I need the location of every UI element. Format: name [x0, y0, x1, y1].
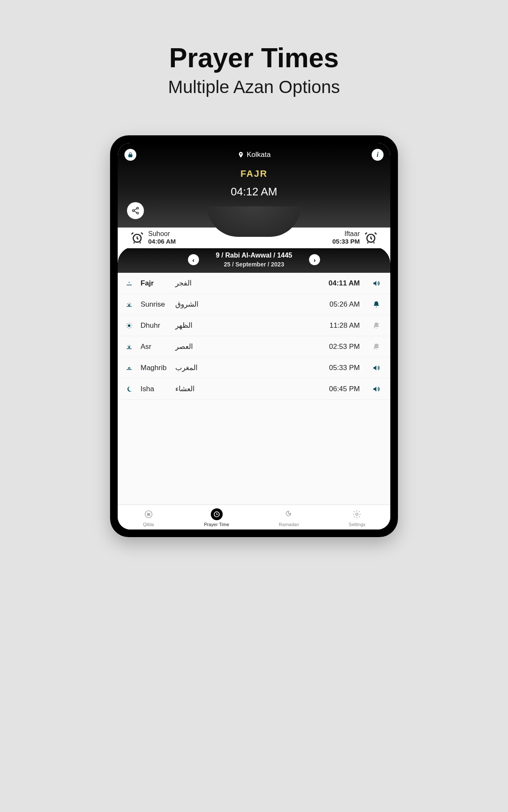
suhoor-time: 04:06 AM	[148, 238, 176, 245]
prayer-time: 11:28 AM	[329, 321, 360, 330]
location-text: Kolkata	[247, 151, 271, 159]
prayer-name: Dhuhr	[141, 321, 175, 330]
svg-line-3	[134, 208, 137, 210]
qibla-icon	[143, 508, 155, 520]
sound-toggle[interactable]	[370, 301, 383, 308]
nav-qibla[interactable]: Qibla	[143, 508, 155, 527]
iftaar-block[interactable]: Iftaar 05:33 PM	[332, 230, 378, 245]
current-prayer-name: FAJR	[124, 168, 384, 179]
prayer-list: Fajrالفجر04:11 AMSunriseالشروق05:26 AMDh…	[118, 273, 390, 505]
next-date-button[interactable]: ›	[309, 254, 320, 265]
alarm-clock-icon	[130, 231, 144, 244]
svg-point-7	[128, 304, 130, 306]
nav-label: Qibla	[143, 522, 154, 527]
prayer-time: 04:11 AM	[329, 279, 360, 288]
chevron-right-icon: ›	[314, 256, 316, 263]
prayer-name: Sunrise	[141, 300, 175, 309]
alarm-clock-icon	[364, 231, 378, 244]
prayer-name: Fajr	[141, 279, 175, 288]
suhoor-label: Suhoor	[148, 230, 176, 238]
gear-icon	[351, 508, 363, 520]
prayer-time: 05:33 PM	[329, 364, 360, 372]
bottom-nav: Qibla Prayer Time Ramadan Settings	[118, 505, 390, 529]
prayer-name: Maghrib	[141, 364, 175, 372]
nav-prayer-time[interactable]: Prayer Time	[204, 508, 229, 527]
lock-icon	[127, 152, 133, 158]
chevron-left-icon: ‹	[192, 256, 194, 263]
prayer-icon	[125, 343, 136, 351]
prayer-row-sunrise[interactable]: Sunriseالشروق05:26 AM	[118, 294, 390, 315]
prayer-icon	[125, 280, 136, 287]
prayer-arabic: العصر	[175, 342, 193, 351]
prayer-name: Asr	[141, 343, 175, 351]
location-pin-icon	[237, 151, 244, 158]
svg-point-14	[356, 513, 359, 516]
prayer-arabic: الظهر	[175, 321, 193, 330]
iftaar-time: 05:33 PM	[332, 238, 360, 245]
promo-title: Prayer Times	[169, 42, 339, 74]
sound-toggle[interactable]	[370, 280, 383, 287]
sound-toggle[interactable]	[370, 322, 383, 329]
prayer-time: 06:45 PM	[329, 385, 360, 393]
svg-line-4	[134, 211, 137, 213]
lock-button[interactable]	[124, 149, 136, 161]
prayer-arabic: العشاء	[175, 384, 195, 393]
prayer-row-dhuhr[interactable]: Dhuhrالظهر11:28 AM	[118, 315, 390, 336]
prayer-arabic: الشروق	[175, 300, 199, 309]
nav-label: Prayer Time	[204, 522, 229, 527]
prayer-time: 02:53 PM	[329, 343, 360, 351]
prayer-time: 05:26 AM	[329, 300, 360, 309]
nav-label: Settings	[349, 522, 366, 527]
prayer-name: Isha	[141, 385, 175, 393]
prev-date-button[interactable]: ‹	[188, 254, 199, 265]
prayer-arabic: الفجر	[175, 279, 192, 288]
clock-icon	[211, 508, 223, 520]
meal-times-row: Suhoor 04:06 AM Iftaar 05:33 PM	[118, 228, 390, 248]
prayer-icon	[125, 322, 136, 329]
moon-star-icon	[283, 508, 295, 520]
date-strip: ‹ 9 / Rabi Al-Awwal / 1445 25 / Septembe…	[118, 247, 390, 273]
info-icon: i	[377, 151, 378, 159]
prayer-row-asr[interactable]: Asrالعصر02:53 PM	[118, 336, 390, 357]
prayer-row-maghrib[interactable]: Maghribالمغرب05:33 PM	[118, 357, 390, 379]
svg-point-10	[128, 346, 130, 348]
nav-label: Ramadan	[279, 522, 299, 527]
location-display[interactable]: Kolkata	[237, 151, 271, 159]
nav-settings[interactable]: Settings	[349, 508, 366, 527]
prayer-icon	[125, 385, 136, 393]
sound-toggle[interactable]	[370, 385, 383, 393]
tablet-frame: Kolkata i FAJR 04:12 AM 04 : 39 : 53	[110, 135, 398, 537]
tablet-screen: Kolkata i FAJR 04:12 AM 04 : 39 : 53	[118, 143, 390, 529]
iftaar-label: Iftaar	[332, 230, 360, 238]
current-prayer-time: 04:12 AM	[124, 185, 384, 198]
svg-point-8	[128, 324, 130, 327]
share-icon	[131, 206, 140, 215]
suhoor-block[interactable]: Suhoor 04:06 AM	[130, 230, 176, 245]
nav-ramadan[interactable]: Ramadan	[279, 508, 299, 527]
prayer-icon	[125, 364, 136, 372]
prayer-icon	[125, 301, 136, 308]
info-button[interactable]: i	[372, 149, 384, 161]
share-button[interactable]	[127, 202, 144, 219]
promo-subtitle: Multiple Azan Options	[168, 77, 340, 97]
gregorian-date: 25 / September / 2023	[216, 261, 293, 268]
prayer-arabic: المغرب	[175, 363, 198, 372]
prayer-row-isha[interactable]: Ishaالعشاء06:45 PM	[118, 379, 390, 400]
sound-toggle[interactable]	[370, 343, 383, 351]
hijri-date: 9 / Rabi Al-Awwal / 1445	[216, 252, 293, 259]
prayer-row-fajr[interactable]: Fajrالفجر04:11 AM	[118, 273, 390, 294]
sound-toggle[interactable]	[370, 364, 383, 372]
